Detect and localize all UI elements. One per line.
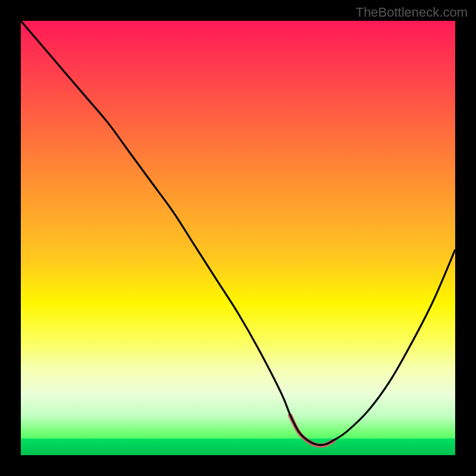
chart-container: TheBottleneck.com: [0, 0, 476, 476]
plot-area: [21, 21, 455, 455]
curve-svg: [21, 21, 455, 455]
trough-accent: [290, 415, 334, 446]
watermark-text: TheBottleneck.com: [356, 5, 468, 20]
bottleneck-curve: [21, 21, 455, 445]
